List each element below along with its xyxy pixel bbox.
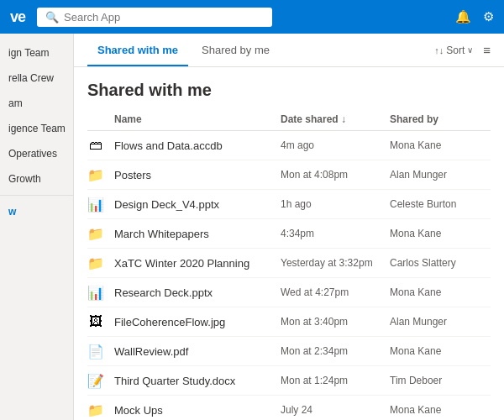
gear-icon[interactable]: ⚙ [483,9,494,24]
bell-icon[interactable]: 🔔 [455,9,471,24]
file-name: Research Deck.pptx [114,286,281,299]
file-shared-by: Celeste Burton [390,198,491,210]
sort-indicator: ↓ [341,113,346,125]
view-options-icon[interactable]: ≡ [483,43,491,57]
file-date: Mon at 1:24pm [281,375,390,386]
file-name: Design Deck_V4.pptx [114,198,281,211]
file-date: Mon at 2:34pm [281,345,390,357]
col-name-header: Name [114,113,281,125]
file-shared-by: Mona Kane [390,404,491,416]
sidebar-item-3[interactable]: igence Team [0,116,73,141]
file-type-icon: 📄 [87,343,104,360]
file-shared-by: Alan Munger [390,169,491,181]
tab-shared-with-me[interactable]: Shared with me [87,34,188,66]
sort-chevron-icon: ∨ [467,45,473,55]
file-name: XaTC Winter 2020 Planning [114,257,281,270]
sidebar-item-5[interactable]: Growth [0,166,73,192]
page-title-row: Shared with me [74,67,504,108]
search-input[interactable] [64,11,264,24]
file-name: Mock Ups [114,404,281,417]
file-type-icon: 🖼 [87,313,104,330]
file-date: July 24 [281,404,390,416]
file-shared-by: Mona Kane [390,286,491,298]
tab-shared-by-me[interactable]: Shared by me [192,34,280,66]
file-date: Mon at 3:40pm [281,316,390,328]
file-date: 1h ago [281,198,390,210]
file-type-icon: 📝 [87,372,104,389]
main-layout: ign Team rella Crew am igence Team Opera… [0,34,504,420]
top-bar-icons: 🔔 ⚙ [455,9,494,24]
search-icon: 🔍 [45,11,59,24]
table-row[interactable]: 📁 Mock Ups July 24 Mona Kane [87,396,491,420]
sidebar-item-2[interactable]: am [0,91,73,116]
table-row[interactable]: 📄 WallReview.pdf Mon at 2:34pm Mona Kane [87,337,491,366]
col-sharedby-header: Shared by [390,113,491,125]
sort-icon: ↑↓ [434,45,444,55]
file-shared-by: Alan Munger [390,316,491,328]
file-shared-by: Tim Deboer [390,375,491,386]
content-area: Shared with me Shared by me ↑↓ Sort ∨ ≡ … [74,34,504,420]
file-name: Third Quarter Study.docx [114,375,281,387]
file-type-icon: 📁 [87,166,104,183]
file-date: Wed at 4:27pm [281,286,390,298]
sidebar: ign Team rella Crew am igence Team Opera… [0,34,74,420]
file-name: March Whitepapers [114,228,281,240]
tabs-bar: Shared with me Shared by me ↑↓ Sort ∨ ≡ [74,34,504,67]
file-type-icon: 📊 [87,284,104,301]
sort-button[interactable]: ↑↓ Sort ∨ [431,43,476,58]
file-shared-by: Mona Kane [390,345,491,357]
file-type-icon: 🗃 [87,137,104,154]
file-name: WallReview.pdf [114,345,281,358]
file-name: FileCoherenceFlow.jpg [114,316,281,328]
col-icon-header [87,113,114,125]
search-box[interactable]: 🔍 [37,8,272,27]
sidebar-item-1[interactable]: rella Crew [0,66,73,91]
sort-label: Sort [446,45,465,56]
file-date: 4:34pm [281,228,390,239]
table-row[interactable]: 📁 March Whitepapers 4:34pm Mona Kane [87,219,491,249]
file-date: Mon at 4:08pm [281,169,390,181]
file-type-icon: 📁 [87,255,104,271]
sidebar-divider [0,195,73,196]
top-bar: ve 🔍 🔔 ⚙ [0,0,504,34]
sidebar-item-0[interactable]: ign Team [0,40,73,66]
table-row[interactable]: 🖼 FileCoherenceFlow.jpg Mon at 3:40pm Al… [87,307,491,337]
file-shared-by: Carlos Slattery [390,257,491,269]
file-date: Yesterday at 3:32pm [281,257,390,269]
table-row[interactable]: 🗃 Flows and Data.accdb 4m ago Mona Kane [87,131,491,160]
file-date: 4m ago [281,139,390,151]
table-row[interactable]: 📊 Design Deck_V4.pptx 1h ago Celeste Bur… [87,190,491,219]
file-shared-by: Mona Kane [390,139,491,151]
sidebar-item-6[interactable]: w [0,199,73,224]
col-date-header[interactable]: Date shared ↓ [281,113,390,125]
table-row[interactable]: 📊 Research Deck.pptx Wed at 4:27pm Mona … [87,278,491,307]
file-name: Posters [114,169,281,181]
file-type-icon: 📁 [87,225,104,242]
file-type-icon: 📊 [87,196,104,213]
file-list-header: Name Date shared ↓ Shared by [87,108,491,131]
tab-actions: ↑↓ Sort ∨ ≡ [431,43,491,58]
file-list: Name Date shared ↓ Shared by 🗃 Flows and… [74,108,504,420]
app-logo: ve [10,8,25,26]
table-row[interactable]: 📝 Third Quarter Study.docx Mon at 1:24pm… [87,366,491,396]
page-title: Shared with me [87,81,491,100]
file-name: Flows and Data.accdb [114,139,281,152]
table-row[interactable]: 📁 Posters Mon at 4:08pm Alan Munger [87,160,491,190]
file-type-icon: 📁 [87,402,104,418]
file-shared-by: Mona Kane [390,228,491,239]
sidebar-item-4[interactable]: Operatives [0,141,73,166]
table-row[interactable]: 📁 XaTC Winter 2020 Planning Yesterday at… [87,249,491,278]
file-rows-container: 🗃 Flows and Data.accdb 4m ago Mona Kane … [87,131,491,420]
